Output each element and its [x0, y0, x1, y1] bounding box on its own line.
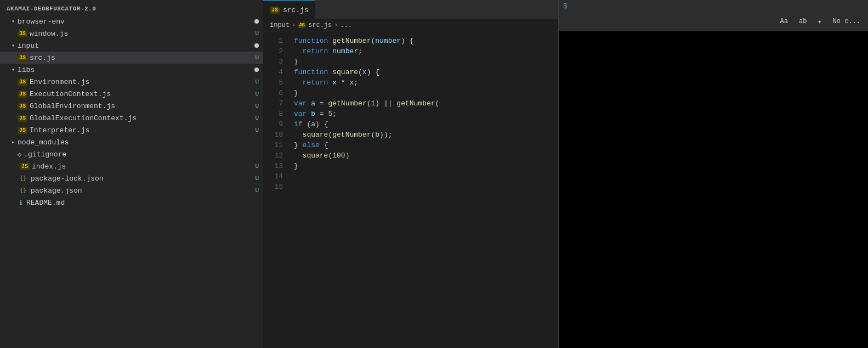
folder-label: libs [18, 66, 35, 74]
sidebar-item-libs[interactable]: ▾ libs [0, 64, 263, 76]
code-line-12: square(getNumber(b)); [290, 130, 558, 140]
file-label: window.js [30, 30, 68, 38]
right-panel: $ Aa ab ✦ No c... [558, 0, 868, 348]
main-layout: AKAMAI-DEOBFUSCATOR-2.0 ▾ browser-env JS… [0, 0, 868, 348]
modified-dot [254, 19, 259, 24]
file-label: Interpreter.js [30, 126, 89, 134]
code-line-11: if (a) { [290, 119, 558, 130]
editor-tabs: JS src.js [263, 0, 558, 19]
untracked-badge: U [255, 115, 259, 121]
sidebar-item-package-lock-json[interactable]: {} package-lock.json U [0, 172, 263, 184]
sidebar-item-readme-md[interactable]: ℹ README.md [0, 197, 263, 209]
js-file-icon: JS [18, 54, 27, 61]
js-tab-icon: JS [270, 7, 280, 14]
info-file-icon: ℹ [20, 199, 22, 206]
code-line-14: square(100) [290, 150, 558, 161]
js-file-icon: JS [18, 127, 27, 134]
sidebar-item-index-js[interactable]: JS index.js U [0, 160, 263, 172]
sparkle-button[interactable]: ✦ [814, 16, 825, 27]
file-label: README.md [26, 199, 65, 207]
chevron-down-icon: ▾ [9, 18, 18, 25]
sidebar-item-interpreter-js[interactable]: JS Interpreter.js U [0, 124, 263, 136]
special-file-icon: ◇ [18, 150, 21, 159]
js-breadcrumb-icon: JS [298, 23, 306, 28]
code-editor[interactable]: function getNumber(number) { return numb… [290, 31, 558, 348]
right-panel-toolbar: Aa ab ✦ No c... [559, 12, 868, 31]
sidebar-title: AKAMAI-DEOBFUSCATOR-2.0 [0, 2, 263, 15]
file-label: GlobalEnvironment.js [30, 102, 115, 110]
untracked-badge: U [255, 54, 259, 61]
js-file-icon: JS [18, 78, 27, 86]
chevron-down-icon: ▾ [9, 42, 18, 49]
sidebar-item-browser-env[interactable]: ▾ browser-env [0, 15, 263, 27]
sidebar-item-package-json[interactable]: {} package.json U [0, 184, 263, 197]
code-line-2: return number; [290, 46, 558, 57]
code-body: 12345 678910 1112131415 function getNumb… [263, 31, 558, 348]
folder-label: input [18, 42, 39, 50]
tab-label: src.js [283, 6, 309, 14]
file-label: package.json [31, 187, 82, 195]
js-file-icon: JS [18, 115, 27, 122]
folder-label: node_modules [18, 138, 69, 147]
sidebar-item-window-js[interactable]: JS window.js U [0, 27, 263, 40]
file-label: src.js [30, 54, 55, 62]
untracked-badge: U [255, 163, 259, 170]
json-file-icon: {} [20, 176, 26, 182]
untracked-badge: U [255, 103, 259, 109]
code-line-3: } [290, 57, 558, 67]
breadcrumb-input: input [270, 21, 290, 29]
font-ab-button[interactable]: ab [796, 16, 810, 26]
code-line-13: } else { [290, 140, 558, 150]
json-file-icon: {} [20, 188, 26, 194]
js-file-icon: JS [18, 103, 27, 110]
sidebar-item-input[interactable]: ▾ input [0, 40, 263, 52]
sidebar: AKAMAI-DEOBFUSCATOR-2.0 ▾ browser-env JS… [0, 0, 263, 348]
sidebar-item-globalexecutioncontext-js[interactable]: JS GlobalExecutionContext.js U [0, 112, 263, 124]
tab-src-js[interactable]: JS src.js [263, 0, 315, 19]
code-line-5: function square(x) { [290, 67, 558, 77]
js-file-icon: JS [18, 30, 27, 37]
sidebar-item-executioncontext-js[interactable]: JS ExecutionContext.js U [0, 88, 263, 100]
chevron-down-icon: ▾ [9, 66, 18, 73]
untracked-badge: U [255, 175, 259, 182]
sidebar-item-node-modules[interactable]: ▸ node_modules [0, 136, 263, 148]
sidebar-item-gitignore[interactable]: ◇ .gitignore [0, 148, 263, 160]
untracked-badge: U [255, 78, 259, 85]
breadcrumb: input › JS src.js › ... [263, 19, 558, 31]
right-panel-content[interactable] [559, 31, 868, 348]
modified-dot [254, 43, 259, 48]
modified-dot [254, 68, 259, 72]
code-line-7: } [290, 88, 558, 98]
file-label: index.js [32, 162, 66, 171]
untracked-badge: U [255, 187, 259, 194]
editor-area: JS src.js input › JS src.js › ... 12345 … [263, 0, 558, 348]
sidebar-item-globalenvironment-js[interactable]: JS GlobalEnvironment.js U [0, 100, 263, 112]
breadcrumb-more: ... [340, 21, 352, 29]
chevron-right-icon: ▸ [9, 139, 18, 145]
folder-label: browser-env [18, 18, 65, 26]
sidebar-item-environment-js[interactable]: JS Environment.js U [0, 76, 263, 88]
no-config-button[interactable]: No c... [830, 16, 864, 26]
untracked-badge: U [255, 127, 259, 133]
code-line-10: var b = 5; [290, 109, 558, 119]
right-panel-top: $ [559, 0, 868, 12]
breadcrumb-file: src.js [308, 21, 332, 29]
code-line-9: var a = getNumber(1) || getNumber( [290, 98, 558, 109]
sidebar-item-src-js[interactable]: JS src.js U [0, 52, 263, 64]
untracked-badge: U [255, 30, 259, 37]
js-file-icon: JS [18, 91, 27, 98]
file-label: .gitignore [24, 150, 66, 159]
font-aa-button[interactable]: Aa [777, 16, 791, 26]
code-line-15: } [290, 161, 558, 171]
code-line-6: return x * x; [290, 77, 558, 88]
file-label: GlobalExecutionContext.js [30, 114, 137, 122]
file-label: ExecutionContext.js [30, 90, 111, 98]
file-label: package-lock.json [31, 175, 104, 183]
untracked-badge: U [255, 91, 259, 97]
js-file-icon: JS [20, 163, 30, 170]
code-line-1: function getNumber(number) { [290, 36, 558, 46]
file-label: Environment.js [30, 78, 89, 86]
terminal-dollar: $ [563, 2, 568, 10]
line-numbers: 12345 678910 1112131415 [263, 31, 290, 348]
